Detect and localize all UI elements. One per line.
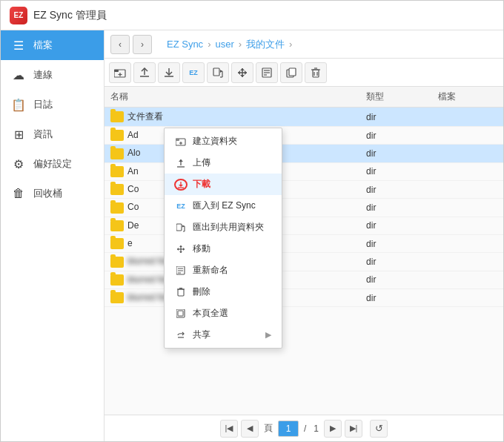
log-icon: 📋 [11,97,26,112]
svg-rect-46 [178,289,184,296]
col-filesize: 檔案 [432,87,503,108]
download-button[interactable] [158,62,180,83]
rename-button[interactable] [256,62,278,83]
sidebar-item-label: 偏好設定 [33,157,72,171]
sidebar-item-trash[interactable]: 🗑 回收桶 [1,179,104,208]
sidebar-item-label: 日誌 [33,98,53,111]
ctx-delete[interactable]: 刪除 [165,281,282,303]
ctx-new-folder-icon [175,136,187,148]
new-folder-button[interactable] [109,62,131,83]
info-icon: ⊞ [11,127,26,142]
sidebar-item-settings[interactable]: ⚙ 偏好設定 [1,149,104,179]
export-button[interactable] [207,62,229,83]
prev-page-button[interactable]: ◀ [241,420,259,438]
file-list-container: 名稱 類型 檔案 文件查看 dir Ad dir [105,87,503,415]
ctx-move-icon [175,243,187,255]
folder-icon [110,292,124,303]
app-title: EZ Sync 管理員 [33,9,107,22]
ctx-move[interactable]: 移動 [165,238,282,260]
ctx-ez-icon: EZ [175,200,187,212]
app-container: EZ EZ Sync 管理員 ☰ 檔案 ☁ 連線 📋 日誌 ⊞ 資訊 ⚙ [0,0,504,442]
app-logo: EZ [10,7,27,24]
forward-button[interactable]: › [133,35,152,54]
next-page-button[interactable]: ▶ [324,420,342,438]
page-input[interactable] [278,420,299,437]
svg-rect-49 [178,311,183,316]
col-name: 名稱 [105,87,360,108]
breadcrumb: ‹ › EZ Sync › user › 我的文件 › [105,30,503,59]
ctx-upload[interactable]: 上傳 [165,152,282,174]
svg-rect-19 [289,68,296,76]
files-icon: ☰ [11,38,26,53]
ctx-download-icon [175,179,187,191]
folder-icon [110,274,124,286]
folder-icon [110,148,124,159]
sidebar-item-label: 檔案 [33,39,53,52]
ctx-select-all[interactable]: 本頁全選 [165,303,282,324]
delete-button[interactable] [305,62,327,83]
main-layout: ☰ 檔案 ☁ 連線 📋 日誌 ⊞ 資訊 ⚙ 偏好設定 🗑 回收桶 [1,30,503,441]
sidebar-item-label: 回收桶 [33,187,62,200]
table-row[interactable]: 文件查看 dir [105,108,503,127]
breadcrumb-user[interactable]: user [215,39,233,50]
ctx-rename-icon [175,265,187,277]
breadcrumb-mydocs[interactable]: 我的文件 [246,38,285,51]
ctx-new-folder[interactable]: 建立資料夾 [165,131,282,152]
ctx-select-all-icon [175,308,187,320]
total-pages: 1 [314,423,319,434]
ctx-delete-icon [175,286,187,298]
svg-marker-38 [179,245,182,247]
trash-icon: 🗑 [11,186,26,201]
svg-rect-25 [176,139,179,141]
ctx-download[interactable]: 下載 [165,174,282,195]
last-page-button[interactable]: ▶| [345,420,362,438]
folder-icon [110,257,124,268]
ctx-share-icon [175,329,187,341]
sidebar-item-log[interactable]: 📋 日誌 [1,90,104,119]
ctx-upload-icon [175,157,187,169]
ctx-ez-sync[interactable]: EZ 匯入到 EZ Sync [165,195,282,217]
ctx-rename[interactable]: 重新命名 [165,260,282,281]
submenu-arrow-icon: ▶ [265,330,271,340]
svg-rect-20 [313,70,319,77]
breadcrumb-ezsync[interactable]: EZ Sync [167,39,203,50]
folder-icon [110,166,124,177]
first-page-button[interactable]: |◀ [220,420,238,438]
folder-icon [110,184,124,195]
sidebar-item-label: 連線 [33,68,53,82]
folder-icon [110,238,124,249]
context-menu: 建立資料夾 上傳 下載 [164,128,282,349]
sidebar: ☰ 檔案 ☁ 連線 📋 日誌 ⊞ 資訊 ⚙ 偏好設定 🗑 回收桶 [1,30,105,441]
sidebar-item-info[interactable]: ⊞ 資訊 [1,119,104,149]
page-divider: / [304,423,306,434]
title-bar: EZ EZ Sync 管理員 [1,1,503,30]
folder-icon [110,130,124,141]
folder-icon [110,202,124,214]
folder-icon [110,220,124,231]
ctx-share[interactable]: 共享 ▶ [165,324,282,346]
pagination: |◀ ◀ 頁 / 1 ▶ ▶| ↺ [105,415,503,441]
ctx-export-icon [175,222,187,234]
svg-rect-32 [176,224,182,231]
svg-marker-39 [179,251,182,253]
svg-marker-40 [177,248,179,251]
ctx-export-shared[interactable]: 匯出到共用資料夾 [165,217,282,238]
upload-button[interactable] [133,62,156,83]
svg-rect-8 [213,68,219,76]
clone-button[interactable] [280,62,302,83]
page-label: 頁 [264,422,273,435]
svg-marker-41 [183,248,185,251]
folder-icon [110,111,124,122]
ez-sync-button[interactable]: EZ [182,62,205,83]
back-button[interactable]: ‹ [110,35,130,54]
sidebar-item-files[interactable]: ☰ 檔案 [1,30,104,60]
content-area: ‹ › EZ Sync › user › 我的文件 › [105,30,503,441]
col-type: 類型 [360,87,431,108]
sidebar-item-connect[interactable]: ☁ 連線 [1,60,104,90]
refresh-button[interactable]: ↺ [370,420,388,438]
settings-icon: ⚙ [11,156,26,171]
toolbar: EZ [105,59,503,87]
move-button[interactable] [231,62,253,83]
sidebar-item-label: 資訊 [33,128,53,141]
svg-rect-1 [114,70,119,72]
